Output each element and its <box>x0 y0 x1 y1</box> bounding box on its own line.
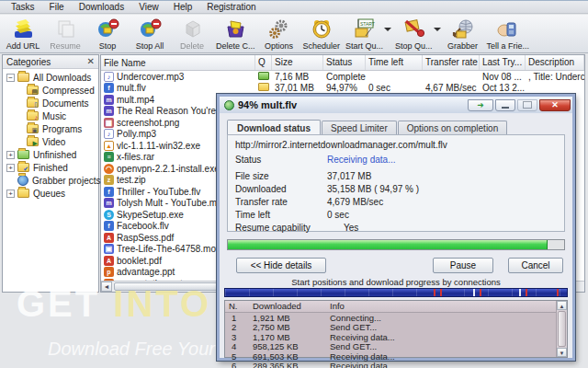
col-file-name[interactable]: File Name <box>101 55 255 70</box>
stop-queue-dropdown-icon[interactable] <box>434 16 441 43</box>
stop-all-button[interactable]: Stop All <box>129 16 171 52</box>
file-size-label: File size <box>235 171 327 181</box>
file-name: Facebook.flv <box>117 221 169 231</box>
sidebar-item-compressed[interactable]: ▤ Compressed <box>6 84 98 97</box>
menu-registration[interactable]: Registration <box>199 2 263 12</box>
tell-a-friend-button[interactable]: Tell a Frie... <box>484 16 533 52</box>
video-folder-icon: ▶ <box>27 137 39 146</box>
conn-number: 1 <box>225 313 249 323</box>
sidebar-item-finished[interactable]: + ✔ Finished <box>6 161 98 174</box>
rollup-arrow-button[interactable] <box>468 99 493 111</box>
grabber-button[interactable]: Grabber <box>442 16 484 52</box>
file-name: Polly.mp3 <box>117 129 156 139</box>
scroll-left-icon[interactable]: ◄ <box>101 282 112 292</box>
connection-row[interactable]: 4 958,125 KB Send GET... <box>225 342 567 352</box>
queues-folder-icon <box>17 189 29 198</box>
conn-info: Send GET... <box>326 322 567 332</box>
downloaded-value: 35,158 MB ( 94,97 % ) <box>327 184 419 194</box>
file-last-try: Oct 13 2... <box>480 83 526 93</box>
add-url-icon <box>12 17 35 40</box>
scheduler-button[interactable]: Scheduler <box>300 16 344 52</box>
menu-file[interactable]: File <box>42 2 72 12</box>
expand-icon[interactable]: + <box>6 164 15 172</box>
finished-folder-icon: ✔ <box>17 163 29 172</box>
sidebar-item-unfinished[interactable]: + Unfinished <box>6 148 98 161</box>
minimize-button[interactable] <box>495 99 515 111</box>
connection-row[interactable]: 6 289,365 KB Receiving data... <box>225 362 567 368</box>
tree-label: Queues <box>33 189 65 199</box>
maximize-button[interactable] <box>517 99 537 111</box>
scrollbar-thumb[interactable] <box>558 311 566 347</box>
expand-icon[interactable]: + <box>6 190 15 198</box>
col-description[interactable]: Description <box>526 55 584 70</box>
resume-icon <box>54 17 77 40</box>
table-row[interactable]: Undercover.mp3 7,16 MB Complete Nov 08 .… <box>101 71 584 83</box>
file-size-value: 37,017 MB <box>327 171 371 181</box>
sidebar-item-documents[interactable]: ▯ Documents <box>6 97 98 109</box>
collapse-icon[interactable]: − <box>6 74 15 82</box>
col-transfer-rate[interactable]: Transfer rate <box>423 55 480 70</box>
connections-table: N. Downloaded Info 1 1,921 MB Connecting… <box>224 300 568 358</box>
start-queue-icon: START <box>353 17 376 40</box>
downloaded-label: Downloaded <box>235 184 327 194</box>
categories-tree: − All Downloads ▤ Compressed ▯ Documents… <box>3 69 98 200</box>
sidebar-item-programs[interactable]: ▣ Programs <box>6 122 98 135</box>
connection-row[interactable]: 5 691,503 KB Receiving data... <box>225 351 567 362</box>
time-left-value: 0 sec <box>327 210 349 220</box>
sidebar-item-music[interactable]: ♪ Music <box>6 109 98 122</box>
conn-downloaded: 691,503 KB <box>249 351 326 362</box>
expand-icon[interactable]: + <box>6 151 15 159</box>
col-status[interactable]: Status <box>323 55 366 70</box>
conn-downloaded: 1,921 MB <box>249 313 326 323</box>
delete-completed-button[interactable]: Delete C... <box>213 16 258 52</box>
add-url-button[interactable]: Add URL <box>2 16 44 52</box>
connection-row[interactable]: 2 2,750 MB Send GET... <box>225 323 567 333</box>
table-row[interactable]: mult.flv 37,01 MB 94,97% 0 sec 4,67 MB/s… <box>101 83 584 95</box>
col-q[interactable]: Q <box>255 55 272 70</box>
delete-completed-label: Delete C... <box>216 41 255 51</box>
queue-active-icon <box>258 83 269 91</box>
vertical-scrollbar[interactable]: ▲ ▼ <box>556 301 567 357</box>
delete-button[interactable]: Delete <box>171 16 213 52</box>
scroll-up-icon[interactable]: ▲ <box>557 301 567 310</box>
menu-help[interactable]: Help <box>166 2 200 12</box>
categories-close-icon[interactable]: ✕ <box>87 57 95 66</box>
pause-button[interactable]: Pause <box>433 258 493 273</box>
menu-tasks[interactable]: Tasks <box>4 2 42 12</box>
hide-details-button[interactable]: << Hide details <box>236 258 326 273</box>
start-queue-button[interactable]: START Start Qu... <box>343 16 386 52</box>
resume-button[interactable]: Resume <box>44 16 86 52</box>
file-name: SkypeSetup.exe <box>117 210 184 220</box>
col-last-try[interactable]: Last Try... <box>480 55 526 70</box>
sidebar-item-all-downloads[interactable]: − All Downloads <box>6 71 98 84</box>
col-size[interactable]: Size <box>272 55 323 70</box>
skype-file-icon <box>104 210 114 220</box>
grabber-projects-icon <box>17 175 28 186</box>
start-queue-dropdown-icon[interactable] <box>384 16 391 43</box>
sidebar-item-video[interactable]: ▶ Video <box>6 135 98 148</box>
tree-label: Compressed <box>42 86 95 96</box>
stop-button[interactable]: Stop <box>86 16 129 52</box>
sidebar-item-queues[interactable]: + Queues <box>6 187 98 200</box>
file-size: 37,01 MB <box>272 83 323 93</box>
dialog-titlebar[interactable]: 94% mult.flv ✕ <box>220 97 572 113</box>
cancel-button[interactable]: Cancel <box>508 258 563 273</box>
tree-label: All Downloads <box>33 73 91 83</box>
tab-speed-limiter[interactable]: Speed Limiter <box>322 121 397 135</box>
options-button[interactable]: Options <box>258 16 300 52</box>
close-button[interactable]: ✕ <box>539 99 571 111</box>
connection-row[interactable]: 1 1,921 MB Connecting... <box>225 313 567 323</box>
mp4-file-icon <box>104 198 114 208</box>
scroll-down-icon[interactable]: ▼ <box>557 348 567 357</box>
file-name: screenshot.png <box>117 118 179 128</box>
tab-options-on-completion[interactable]: Options on completion <box>398 121 508 135</box>
sidebar-item-grabber-projects[interactable]: Grabber projects <box>6 174 98 187</box>
col-time-left[interactable]: Time left <box>366 55 423 70</box>
conn-info: Connecting... <box>326 313 567 323</box>
flv-file-icon <box>104 187 114 197</box>
time-left-label: Time left <box>235 210 327 220</box>
connection-row[interactable]: 3 1,170 MB Receiving data... <box>225 332 567 342</box>
menu-view[interactable]: View <box>131 2 166 12</box>
menu-downloads[interactable]: Downloads <box>72 2 131 12</box>
stop-queue-button[interactable]: Stop Qu... <box>392 16 435 52</box>
